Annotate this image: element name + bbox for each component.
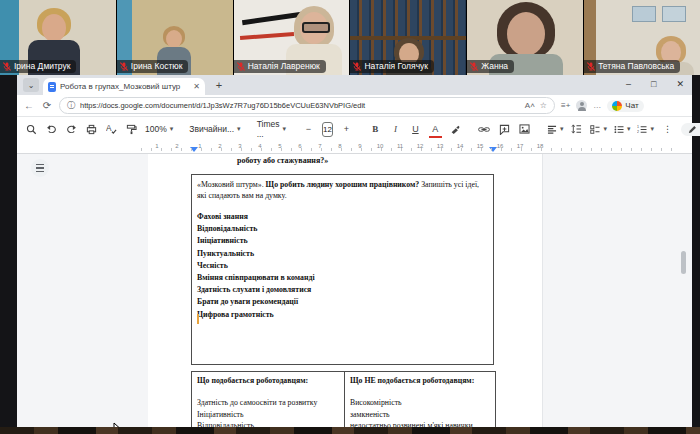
vertical-scrollbar[interactable] (681, 251, 686, 274)
comment-icon (499, 124, 510, 135)
redo-button[interactable] (65, 121, 78, 137)
participant-name: Наталія Голячук (364, 60, 428, 73)
participant-video[interactable]: Жанна (467, 0, 583, 75)
participant-video[interactable]: Наталія Голячук (350, 0, 466, 75)
link-icon (478, 125, 490, 134)
participant-name: Ірина Костюк (131, 60, 183, 73)
line-spacing-button[interactable] (570, 121, 583, 137)
plus-icon: + (216, 79, 222, 91)
list-item: Здатність слухати і домовлятися (197, 284, 488, 296)
list-item: Пунктуальність (197, 248, 488, 260)
mic-muted-icon (587, 62, 595, 71)
tab-actions-button[interactable]: ⌄ (23, 78, 39, 92)
ruler[interactable]: 21123456789101112131415161718 (17, 141, 692, 154)
participant-video[interactable]: Наталія Лавренюк (234, 0, 350, 75)
window-minimize-button[interactable]: – (626, 79, 631, 89)
browser-tab[interactable]: Робота в групах_Мозковий штур ✕ (43, 78, 205, 95)
copilot-icon (612, 101, 622, 111)
browser-menu-button[interactable]: … (593, 101, 601, 110)
copilot-chat-button[interactable]: Чат (607, 100, 643, 112)
new-tab-button[interactable]: + (211, 77, 227, 93)
bulleted-list-button[interactable]: ▾ (614, 125, 631, 134)
document-page[interactable]: роботу або стажування?» «Мозковий штурм»… (148, 154, 543, 427)
checklist-button[interactable]: ▾ (590, 125, 607, 134)
numbered-list-icon: 1 2 (637, 125, 647, 134)
reload-button[interactable]: ⟳ (41, 100, 53, 111)
print-button[interactable] (85, 121, 98, 137)
highlight-button[interactable] (449, 121, 462, 137)
add-comment-button[interactable] (498, 121, 511, 137)
font-size-decrease-button[interactable]: − (302, 121, 315, 137)
table-cell-likes: Що подобається роботодавцям: Здатність д… (192, 372, 345, 427)
url-text: https://docs.google.com/document/d/1Jp3s… (80, 101, 520, 110)
search-button[interactable] (25, 121, 38, 137)
participant-video[interactable]: Ірина Дмитрук (0, 0, 116, 75)
text-color-button[interactable]: A (429, 121, 442, 137)
browser-toolbar: ← ⟳ ⓘ https://docs.google.com/document/d… (17, 95, 692, 117)
align-button[interactable]: ▾ (547, 125, 564, 134)
zoom-select[interactable]: 100% ▾ (145, 124, 173, 134)
caret-down-icon: ▾ (282, 125, 286, 133)
site-info-icon[interactable]: ⓘ (67, 100, 75, 111)
show-outline-button[interactable] (31, 159, 49, 177)
caret-down-icon: ▾ (237, 125, 241, 133)
document-area: роботу або стажування?» «Мозковий штурм»… (17, 154, 692, 427)
tab-title: Робота в групах_Мозковий штур (60, 82, 189, 91)
window-close-button[interactable]: ✕ (676, 79, 684, 89)
back-button[interactable]: ← (23, 100, 35, 111)
collections-button[interactable]: ≡+ (561, 101, 570, 110)
participant-name-tag: Жанна (467, 60, 514, 73)
list-item: Фахові знання (197, 211, 488, 223)
paint-format-button[interactable] (125, 121, 138, 137)
participant-video[interactable]: Тетяна Павловська (584, 0, 700, 75)
participant-video[interactable]: Ірина Костюк (117, 0, 233, 75)
caret-down-icon: ▾ (650, 125, 654, 133)
table-header-dislikes: Що НЕ подобається роботодавцям: (350, 375, 490, 386)
collaborator-caret (197, 314, 199, 324)
read-aloud-button[interactable]: A˄ (525, 101, 535, 110)
line-spacing-icon (571, 124, 582, 134)
font-select[interactable]: Times ... ▾ (257, 119, 286, 139)
caret-down-icon: ▾ (627, 125, 631, 133)
print-icon (86, 124, 97, 135)
font-size-input[interactable]: 12 (322, 122, 333, 137)
docs-toolbar: A 100% ▾ Звичайни... ▾ Times ... ▾ − 12 … (17, 117, 692, 141)
bold-button[interactable]: B (369, 121, 382, 137)
mic-muted-icon (237, 62, 245, 71)
participant-name-tag: Ірина Костюк (117, 60, 189, 73)
glasses (302, 22, 330, 33)
undo-button[interactable] (45, 121, 58, 137)
underline-button[interactable]: U (409, 121, 422, 137)
svg-text:A: A (106, 124, 112, 133)
list-item: замкненість (350, 409, 490, 420)
profile-avatar[interactable] (576, 100, 587, 111)
browser-window: ⌄ Робота в групах_Мозковий штур ✕ + – □ … (17, 75, 692, 427)
tab-close-button[interactable]: ✕ (193, 82, 200, 91)
svg-text:2: 2 (637, 130, 639, 134)
window-maximize-button[interactable]: □ (651, 79, 656, 89)
favorite-star-icon[interactable]: ☆ (540, 101, 547, 110)
bulleted-list-icon (614, 125, 624, 134)
participant-name-tag: Ірина Дмитрук (0, 60, 76, 73)
comparison-table: Що подобається роботодавцям: Здатність д… (191, 371, 496, 427)
list-item: Цифрова грамотність (197, 309, 488, 321)
editing-mode-button[interactable]: ▾ (681, 123, 700, 136)
numbered-list-button[interactable]: 1 2 ▾ (637, 125, 654, 134)
url-bar[interactable]: ⓘ https://docs.google.com/document/d/1Jp… (59, 97, 555, 114)
insert-image-button[interactable] (518, 121, 531, 137)
insert-link-button[interactable] (478, 121, 491, 137)
italic-button[interactable]: I (389, 121, 402, 137)
undo-icon (46, 124, 57, 134)
svg-text:1: 1 (637, 125, 639, 129)
zoom-meeting-window: { "meeting": { "participants": [ {"name"… (0, 0, 700, 434)
mic-muted-icon (120, 62, 128, 71)
more-options-button[interactable]: ⋮ (661, 121, 674, 137)
font-size-increase-button[interactable]: + (340, 121, 353, 137)
checklist-icon (590, 125, 600, 134)
list-item: Брати до уваги рекомендації (197, 296, 488, 308)
spellcheck-button[interactable]: A (105, 121, 118, 137)
paragraph-style-select[interactable]: Звичайни... ▾ (189, 124, 240, 134)
participant-name-tag: Тетяна Павловська (584, 60, 680, 73)
highlighter-icon (450, 124, 460, 134)
brainstorm-box: «Мозковий штурм». Що робить людину хорош… (191, 174, 494, 365)
